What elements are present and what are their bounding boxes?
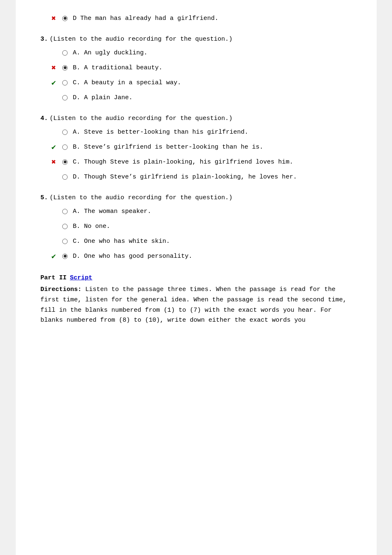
option-text-d-top: D: [73, 15, 77, 22]
question-3-label: 3. (Listen to the audio recording for th…: [41, 36, 352, 43]
radio-3d[interactable]: [61, 95, 70, 100]
part-ii-label: Part II: [41, 274, 67, 281]
option-label-4a: Steve is better-looking than his girlfri…: [84, 129, 248, 136]
option-letter-3c: C: [73, 79, 77, 86]
option-letter-5b: B: [73, 223, 77, 230]
option-letter-4c: C: [73, 159, 77, 166]
question-5: 5. (Listen to the audio recording for th…: [41, 194, 352, 262]
question-3-prompt: (Listen to the audio recording for the q…: [50, 36, 233, 43]
option-row-4c: ✖ C . Though Steve is plain-looking, his…: [41, 156, 352, 168]
option-letter-5a: A: [73, 208, 77, 215]
radio-5c[interactable]: [61, 239, 70, 244]
option-letter-4d: D: [73, 174, 77, 181]
option-row-4a: A . Steve is better-looking than his gir…: [41, 126, 352, 138]
radio-4b[interactable]: [61, 144, 70, 150]
page-container: ✖ D The man has already had a girlfriend…: [16, 0, 377, 555]
option-row-3d: D . A plain Jane.: [41, 92, 352, 103]
option-label-3b: A traditional beauty.: [84, 64, 163, 71]
directions-label: Directions:: [41, 286, 82, 293]
option-row-3a: A . An ugly duckling.: [41, 47, 352, 59]
cross-icon-4c: ✖: [49, 157, 59, 166]
option-label-3c: A beauty in a special way.: [84, 79, 181, 86]
radio-4d[interactable]: [61, 174, 70, 180]
question-d-top: ✖ D The man has already had a girlfriend…: [41, 12, 352, 24]
option-row-4d: D . Though Steve’s girlfriend is plain-l…: [41, 171, 352, 183]
option-row-5b: B . No one.: [41, 220, 352, 232]
part-ii-title: Part II Script: [41, 274, 352, 281]
question-5-number: 5.: [41, 194, 48, 201]
option-label-3d: A plain Jane.: [84, 94, 133, 101]
cross-icon-3b: ✖: [49, 63, 59, 72]
radio-4c[interactable]: [61, 159, 70, 165]
option-row-4b: ✔ B . Steve’s girlfriend is better-looki…: [41, 141, 352, 153]
option-label-5a: The woman speaker.: [84, 208, 151, 215]
option-row-3b: ✖ B . A traditional beauty.: [41, 62, 352, 73]
cross-icon-d-top: ✖: [49, 14, 59, 23]
option-label-5b: No one.: [84, 223, 110, 230]
radio-4a[interactable]: [61, 130, 70, 135]
radio-5b[interactable]: [61, 224, 70, 229]
option-letter-3a: A: [73, 49, 77, 56]
option-label-5d: One who has good personality.: [84, 253, 192, 260]
radio-5a[interactable]: [61, 209, 70, 214]
check-icon-5d: ✔: [49, 252, 59, 261]
question-3: 3. (Listen to the audio recording for th…: [41, 36, 352, 103]
question-5-label: 5. (Listen to the audio recording for th…: [41, 194, 352, 201]
radio-3c[interactable]: [61, 80, 70, 86]
part-ii-section: Part II Script Directions: Listen to the…: [41, 274, 352, 326]
option-letter-3d: D: [73, 94, 77, 101]
option-label-5c: One who has white skin.: [84, 238, 170, 245]
option-label-d-top: The man has already had a girlfriend.: [80, 15, 219, 22]
option-row-5d: ✔ D . One who has good personality.: [41, 250, 352, 262]
option-label-4c: Though Steve is plain-looking, his girlf…: [84, 159, 293, 166]
directions-block: Directions: Listen to the passage three …: [41, 285, 352, 326]
radio-5d[interactable]: [61, 254, 70, 259]
question-4-number: 4.: [41, 115, 48, 122]
option-letter-5d: D: [73, 253, 77, 260]
question-4: 4. (Listen to the audio recording for th…: [41, 115, 352, 183]
question-3-number: 3.: [41, 36, 48, 43]
radio-d-top[interactable]: [61, 16, 70, 21]
radio-3a[interactable]: [61, 50, 70, 56]
question-4-label: 4. (Listen to the audio recording for th…: [41, 115, 352, 122]
option-letter-4b: B: [73, 144, 77, 151]
directions-text: Listen to the passage three times. When …: [41, 286, 347, 324]
script-link[interactable]: Script: [70, 274, 93, 281]
check-icon-3c: ✔: [49, 78, 59, 87]
option-letter-4a: A: [73, 129, 77, 136]
option-letter-3b: B: [73, 64, 77, 71]
option-label-4d: Though Steve’s girlfriend is plain-looki…: [84, 174, 297, 181]
option-label-4b: Steve’s girlfriend is better-looking tha…: [84, 144, 263, 151]
radio-3b[interactable]: [61, 65, 70, 71]
option-row-d-top: ✖ D The man has already had a girlfriend…: [41, 12, 352, 24]
option-row-5c: C . One who has white skin.: [41, 235, 352, 247]
option-row-3c: ✔ C . A beauty in a special way.: [41, 77, 352, 88]
question-5-prompt: (Listen to the audio recording for the q…: [50, 194, 233, 201]
check-icon-4b: ✔: [49, 142, 59, 152]
option-letter-5c: C: [73, 238, 77, 245]
question-4-prompt: (Listen to the audio recording for the q…: [50, 115, 233, 122]
option-label-3a: An ugly duckling.: [84, 49, 148, 56]
option-row-5a: A . The woman speaker.: [41, 205, 352, 217]
